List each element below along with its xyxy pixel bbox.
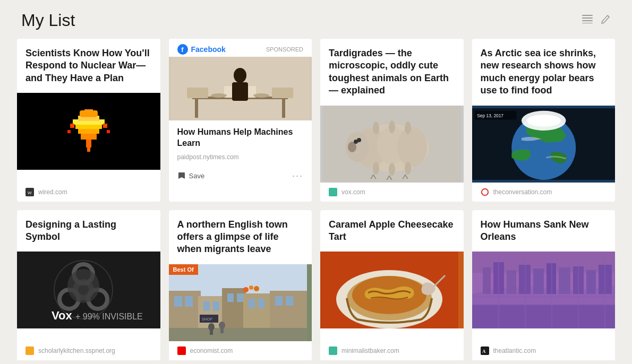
svg-point-42 xyxy=(405,162,411,175)
save-button[interactable]: Save xyxy=(177,171,205,180)
card-new-orleans-footer: A theatlantic.com xyxy=(472,341,616,360)
svg-rect-15 xyxy=(103,124,107,128)
card-cheesecake: Caramel Apple Cheesecake Tart xyxy=(320,210,464,360)
svg-rect-3 xyxy=(582,23,593,23)
svg-rect-84 xyxy=(210,327,213,335)
card-arctic-title: As Arctic sea ice shrinks, new research … xyxy=(481,47,607,97)
svg-point-45 xyxy=(405,122,411,134)
card-northern-town-title: A northern English town offers a glimpse… xyxy=(177,219,304,256)
svg-rect-12 xyxy=(87,142,90,152)
svg-point-88 xyxy=(249,285,253,290)
svg-rect-14 xyxy=(70,124,74,128)
card-facebook-actions: Save ··· xyxy=(169,165,312,187)
card-northern-town-source: economist.com xyxy=(190,347,233,354)
page-title: My List xyxy=(21,11,75,30)
card-tardigrade-source: vox.com xyxy=(341,188,365,196)
svg-rect-78 xyxy=(249,299,255,308)
svg-rect-16 xyxy=(67,130,71,133)
page-header: My List xyxy=(8,0,624,39)
sponsor-name: Facebook xyxy=(191,45,226,54)
card-northern-town-image: SHOP xyxy=(169,264,312,341)
card-tardigrade-title: Tardigrades — the microscopic, oddly cut… xyxy=(329,47,455,97)
card-symbol-favicon xyxy=(25,346,34,355)
card-tardigrade: Tardigrades — the microscopic, oddly cut… xyxy=(320,39,464,202)
card-symbol-source: scholarlykitchen.sspnet.org xyxy=(38,347,115,354)
card-facebook-title: How Humans Help Machines Learn xyxy=(177,127,304,149)
svg-rect-75 xyxy=(213,301,219,311)
more-options-button[interactable]: ··· xyxy=(292,170,303,181)
svg-rect-1 xyxy=(582,18,593,19)
card-arctic-image: Sep 13, 2017 xyxy=(472,106,616,183)
card-northern-town-footer: economist.com xyxy=(169,341,312,360)
card-tardigrade-footer: vox.com xyxy=(320,183,464,202)
card-nuclear-title: Scientists Know How You'll Respond to Nu… xyxy=(25,47,152,84)
svg-rect-81 xyxy=(286,296,293,306)
card-northern-town-favicon xyxy=(177,346,186,355)
svg-rect-0 xyxy=(582,15,593,16)
card-arctic-footer: theconversation.com xyxy=(472,183,616,202)
card-nuclear-source: wired.com xyxy=(38,188,67,196)
svg-point-39 xyxy=(357,138,361,142)
svg-point-29 xyxy=(211,93,227,98)
sponsor-bar: f Facebook SPONSORED xyxy=(169,39,312,57)
card-tardigrade-image xyxy=(320,106,464,183)
svg-rect-79 xyxy=(258,299,264,308)
card-new-orleans-image xyxy=(472,252,616,328)
svg-point-87 xyxy=(243,287,249,292)
list-view-icon[interactable] xyxy=(582,15,593,26)
svg-rect-86 xyxy=(220,325,224,333)
svg-point-44 xyxy=(389,120,395,133)
svg-point-43 xyxy=(373,122,379,134)
svg-rect-23 xyxy=(282,99,285,118)
card-northern-town: A northern English town offers a glimpse… xyxy=(169,210,312,360)
svg-rect-72 xyxy=(174,296,182,307)
card-symbol: Designing a Lasting Symbol xyxy=(17,210,160,360)
svg-text:SHOP: SHOP xyxy=(202,317,212,321)
svg-point-27 xyxy=(234,68,246,83)
svg-rect-116 xyxy=(472,252,616,328)
best-of-badge: Best Of xyxy=(169,264,198,275)
cards-grid: Scientists Know How You'll Respond to Nu… xyxy=(8,39,624,364)
svg-point-40 xyxy=(373,162,379,175)
svg-rect-22 xyxy=(195,99,198,118)
save-icon xyxy=(177,171,186,180)
svg-rect-13 xyxy=(80,110,98,117)
svg-point-35 xyxy=(397,127,427,167)
svg-rect-80 xyxy=(275,296,283,306)
svg-point-50 xyxy=(526,115,561,126)
card-nuclear-favicon: W xyxy=(25,188,34,196)
svg-rect-17 xyxy=(107,130,110,133)
card-arctic-source: theconversation.com xyxy=(493,188,552,196)
svg-rect-77 xyxy=(237,293,243,302)
card-cheesecake-title: Caramel Apple Cheesecake Tart xyxy=(329,219,455,244)
svg-point-41 xyxy=(389,163,395,176)
svg-rect-82 xyxy=(169,328,307,341)
card-new-orleans: How Humans Sank New Orleans xyxy=(472,210,616,360)
svg-rect-25 xyxy=(272,88,293,98)
header-actions xyxy=(582,14,611,27)
svg-rect-74 xyxy=(203,301,210,311)
card-arctic: As Arctic sea ice shrinks, new research … xyxy=(472,39,616,202)
card-new-orleans-title: How Humans Sank New Orleans xyxy=(481,219,607,244)
card-new-orleans-source: theatlantic.com xyxy=(493,347,536,354)
edit-icon[interactable] xyxy=(601,14,611,27)
svg-text:Vox: Vox xyxy=(52,309,72,322)
sponsored-label: SPONSORED xyxy=(266,46,303,53)
card-tardigrade-favicon xyxy=(329,188,337,196)
card-cheesecake-footer: minimalistbaker.com xyxy=(320,341,464,360)
card-symbol-title: Designing a Lasting Symbol xyxy=(25,219,152,244)
card-facebook-ad: f Facebook SPONSORED xyxy=(169,39,312,202)
svg-point-89 xyxy=(254,286,259,291)
svg-rect-2 xyxy=(582,20,593,21)
card-cheesecake-source: minimalistbaker.com xyxy=(341,347,399,354)
card-nuclear: Scientists Know How You'll Respond to Nu… xyxy=(17,39,160,202)
svg-rect-24 xyxy=(187,88,208,98)
sponsor-logo: f Facebook xyxy=(177,44,226,55)
card-cheesecake-image xyxy=(320,252,464,328)
svg-point-54 xyxy=(483,190,486,194)
svg-text:Sep 13, 2017: Sep 13, 2017 xyxy=(477,112,503,118)
card-facebook-image xyxy=(169,57,312,120)
card-symbol-footer: scholarlykitchen.sspnet.org xyxy=(17,341,160,360)
svg-rect-73 xyxy=(185,296,193,307)
svg-text:A: A xyxy=(482,349,486,354)
